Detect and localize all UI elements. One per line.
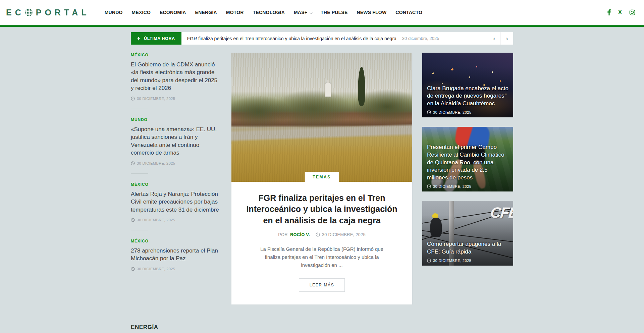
- nav-item-news-flow[interactable]: NEWS FLOW: [357, 10, 386, 15]
- ticker-headline-link[interactable]: FGR finaliza peritajes en el Tren Intero…: [187, 36, 396, 41]
- site-logo[interactable]: ECPORTAL: [6, 8, 90, 17]
- article-date: 30 DICIEMBRE, 2025: [427, 184, 509, 188]
- byline-prefix: POR: [278, 232, 288, 237]
- featured-article-image[interactable]: TEMAS: [231, 53, 412, 182]
- instagram-icon[interactable]: [629, 9, 635, 15]
- nav-item-energia[interactable]: ENERGÍA: [195, 10, 217, 15]
- side-card-city-night[interactable]: Clara Brugada encabeza el acto de entreg…: [422, 53, 513, 117]
- logo-text-prefix: EC: [6, 8, 24, 17]
- left-article-list: MÉXICO El Gobierno de la CDMX anunció «l…: [131, 53, 221, 304]
- featured-article-title[interactable]: FGR finaliza peritajes en el Tren Intero…: [246, 192, 397, 226]
- clock-icon: [427, 110, 431, 114]
- date-text: 30 DICIEMBRE, 2025: [322, 232, 366, 237]
- nav-item-tecnologia[interactable]: TECNOLOGÍA: [253, 10, 285, 15]
- featured-article-card: TEMAS FGR finaliza peritajes en el Tren …: [231, 53, 412, 304]
- section-title: ENERGÍA: [131, 324, 513, 331]
- category-label[interactable]: MÉXICO: [131, 53, 221, 57]
- list-item: MÉXICO Alertas Roja y Naranja: Protecció…: [131, 182, 221, 222]
- ticker-next-button[interactable]: ›: [500, 32, 513, 45]
- side-card-cfe[interactable]: CFE Cómo reportar apagones a la CFE: Guí…: [422, 201, 513, 266]
- nav-item-mexico[interactable]: MÉXICO: [132, 10, 151, 15]
- x-twitter-icon[interactable]: X: [618, 9, 622, 16]
- category-label[interactable]: MUNDO: [131, 117, 221, 122]
- article-title-link[interactable]: 278 aprehensiones reporta el Plan Michoa…: [131, 247, 221, 263]
- category-label[interactable]: MÉXICO: [131, 182, 221, 187]
- clock-icon: [131, 97, 135, 101]
- list-item: MUNDO «Supone una amenaza»: EE. UU. just…: [131, 117, 221, 165]
- main-content-grid: MÉXICO El Gobierno de la CDMX anunció «l…: [131, 53, 513, 304]
- clock-icon: [427, 259, 431, 263]
- article-title-link[interactable]: Clara Brugada encabeza el acto de entreg…: [427, 85, 509, 108]
- clock-icon: [131, 218, 135, 222]
- date-text: 30 DICIEMBRE, 2025: [433, 110, 471, 114]
- cypress-tree-shape: [358, 67, 365, 106]
- card-content: Presentan el primer Campo Resiliente al …: [427, 144, 509, 188]
- ticker-prev-button[interactable]: ‹: [488, 32, 500, 45]
- article-title-link[interactable]: Presentan el primer Campo Resiliente al …: [427, 144, 509, 182]
- article-date: 30 DICIEMBRE, 2025: [131, 267, 221, 271]
- nav-item-mas-label: MÁS+: [294, 10, 307, 15]
- featured-date: 30 DICIEMBRE, 2025: [316, 232, 366, 237]
- featured-article-body: FGR finaliza peritajes en el Tren Intero…: [231, 182, 412, 304]
- divider: [131, 173, 148, 174]
- header-social-links: X: [607, 9, 635, 16]
- article-title-link[interactable]: «Supone una amenaza»: EE. UU. justifica …: [131, 125, 221, 157]
- site-header: ECPORTAL MUNDO MÉXICO ECONOMÍA ENERGÍA M…: [0, 0, 644, 27]
- church-tower-shape: [325, 82, 331, 97]
- nav-item-economia[interactable]: ECONOMÍA: [160, 10, 186, 15]
- facebook-icon[interactable]: [607, 9, 611, 15]
- read-more-button[interactable]: LEER MÁS: [299, 278, 345, 292]
- card-content: Cómo reportar apagones a la CFE: Guía rá…: [427, 240, 509, 263]
- ticker-badge-label: ÚLTIMA HORA: [144, 36, 175, 41]
- date-text: 30 DICIEMBRE, 2025: [433, 184, 471, 188]
- main-nav: MUNDO MÉXICO ECONOMÍA ENERGÍA MOTOR TECN…: [105, 10, 422, 15]
- chevron-down-icon: [310, 11, 312, 14]
- side-card-soccer[interactable]: Presentan el primer Campo Resiliente al …: [422, 127, 513, 191]
- list-item: MÉXICO 278 aprehensiones reporta el Plan…: [131, 239, 221, 271]
- ticker-nav: ‹ ›: [488, 32, 513, 45]
- article-title-link[interactable]: Alertas Roja y Naranja: Protección Civil…: [131, 190, 221, 214]
- ticker-bar: FGR finaliza peritajes en el Tren Intero…: [181, 32, 513, 45]
- divider: [131, 230, 148, 230]
- article-title-link[interactable]: El Gobierno de la CDMX anunció «la fiest…: [131, 61, 221, 92]
- article-date: 30 DICIEMBRE, 2025: [131, 161, 221, 165]
- featured-byline: POR ROCÍO V. 30 DICIEMBRE, 2025: [246, 232, 397, 237]
- nav-item-the-pulse[interactable]: THE PULSE: [321, 10, 347, 15]
- date-text: 30 DICIEMBRE, 2025: [137, 267, 175, 271]
- date-text: 30 DICIEMBRE, 2025: [137, 218, 175, 222]
- clock-icon: [131, 161, 135, 165]
- divider: [131, 109, 148, 109]
- article-date: 30 DICIEMBRE, 2025: [131, 97, 221, 101]
- date-text: 30 DICIEMBRE, 2025: [137, 97, 175, 101]
- lightning-bolt-icon: [137, 36, 141, 41]
- featured-excerpt: La Fiscalía General de la República (FGR…: [255, 245, 389, 269]
- divider: [131, 279, 148, 279]
- article-title-link[interactable]: Cómo reportar apagones a la CFE: Guía rá…: [427, 240, 509, 256]
- breaking-news-ticker: ÚLTIMA HORA FGR finaliza peritajes en el…: [131, 32, 513, 45]
- date-text: 30 DICIEMBRE, 2025: [433, 259, 471, 263]
- logo-text-suffix: PORTAL: [36, 8, 90, 17]
- card-content: Clara Brugada encabeza el acto de entreg…: [427, 85, 509, 114]
- nav-item-mas-dropdown[interactable]: MÁS+: [294, 10, 312, 15]
- article-date: 30 DICIEMBRE, 2025: [427, 110, 509, 114]
- article-date: 30 DICIEMBRE, 2025: [427, 259, 509, 263]
- date-text: 30 DICIEMBRE, 2025: [137, 161, 175, 165]
- ticker-date: 30 diciembre, 2025: [402, 36, 439, 41]
- clock-icon: [316, 232, 320, 237]
- author-link[interactable]: ROCÍO V.: [290, 232, 310, 237]
- list-item: MÉXICO El Gobierno de la CDMX anunció «l…: [131, 53, 221, 101]
- nav-item-mundo[interactable]: MUNDO: [105, 10, 123, 15]
- featured-category-badge[interactable]: TEMAS: [305, 172, 339, 182]
- clock-icon: [427, 184, 431, 188]
- category-label[interactable]: MÉXICO: [131, 239, 221, 243]
- energia-section: ENERGÍA: [131, 324, 513, 333]
- article-date: 30 DICIEMBRE, 2025: [131, 218, 221, 222]
- right-card-list: Clara Brugada encabeza el acto de entreg…: [422, 53, 513, 304]
- clock-icon: [131, 267, 135, 271]
- nav-item-motor[interactable]: MOTOR: [226, 10, 244, 15]
- nav-item-contacto[interactable]: CONTACTO: [395, 10, 422, 15]
- ticker-badge: ÚLTIMA HORA: [131, 32, 181, 45]
- globe-icon: [25, 9, 33, 16]
